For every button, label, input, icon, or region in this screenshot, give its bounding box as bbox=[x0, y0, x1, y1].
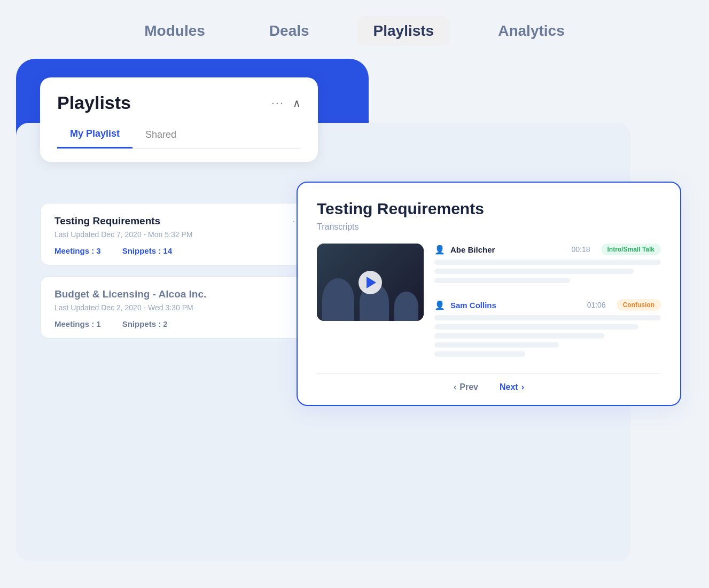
playlists-panel-header: Playlists ··· ∧ bbox=[57, 92, 301, 113]
detail-subtitle: Transcripts bbox=[317, 222, 661, 232]
line-2 bbox=[434, 269, 634, 274]
playlist-tabs-row: My Playlist Shared bbox=[57, 123, 301, 149]
line-6 bbox=[434, 333, 604, 339]
detail-panel: Testing Requirements Transcripts 👤 Abe B… bbox=[297, 182, 681, 406]
card-1-snippets: Snippets : 14 bbox=[122, 246, 172, 255]
line-5 bbox=[434, 324, 638, 330]
line-3 bbox=[434, 278, 570, 283]
card-2-title: Budget & Licensing - Alcoa Inc. bbox=[54, 288, 206, 300]
playlists-panel-title: Playlists bbox=[57, 92, 131, 113]
tab-analytics[interactable]: Analytics bbox=[482, 16, 581, 46]
next-button[interactable]: Next › bbox=[500, 382, 524, 392]
detail-title: Testing Requirements bbox=[317, 200, 661, 218]
person-1-silhouette bbox=[322, 278, 354, 321]
tab-modules[interactable]: Modules bbox=[128, 16, 221, 46]
transcript-lines-2 bbox=[434, 315, 661, 357]
card-2-snippets: Snippets : 2 bbox=[122, 319, 168, 328]
person-name-2: Sam Collins bbox=[450, 301, 496, 310]
prev-label: Prev bbox=[459, 382, 478, 392]
card-2-header: Budget & Licensing - Alcoa Inc. bbox=[54, 288, 303, 300]
line-1 bbox=[434, 260, 661, 265]
playlist-card-2[interactable]: Budget & Licensing - Alcoa Inc. Last Upd… bbox=[40, 276, 318, 339]
playlist-cards-area: Testing Requirements ··· Last Updated De… bbox=[40, 203, 318, 339]
person-name-1: Abe Bilcher bbox=[450, 245, 495, 254]
transcript-lines-1 bbox=[434, 260, 661, 283]
tab-playlists[interactable]: Playlists bbox=[357, 16, 450, 46]
tag-1: Intro/Small Talk bbox=[601, 244, 661, 255]
transcript-entry-2: 👤 Sam Collins 01:06 Confusion bbox=[434, 293, 661, 311]
playlist-card-1[interactable]: Testing Requirements ··· Last Updated De… bbox=[40, 203, 318, 265]
card-1-title: Testing Requirements bbox=[54, 215, 160, 227]
tab-shared[interactable]: Shared bbox=[133, 123, 189, 148]
person-icon-2: 👤 bbox=[434, 300, 445, 310]
line-4 bbox=[434, 315, 661, 320]
prev-button[interactable]: ‹ Prev bbox=[454, 382, 478, 392]
person-3-silhouette bbox=[394, 292, 418, 321]
pagination-row: ‹ Prev Next › bbox=[317, 373, 661, 392]
line-7 bbox=[434, 342, 559, 348]
line-8 bbox=[434, 351, 525, 357]
card-1-date: Last Updated Dec 7, 2020 - Mon 5:32 PM bbox=[54, 230, 303, 239]
header-icons: ··· ∧ bbox=[271, 96, 301, 110]
video-play-button[interactable] bbox=[359, 271, 382, 294]
transcript-entry-1: 👤 Abe Bilcher 00:18 Intro/Small Talk bbox=[434, 244, 661, 255]
card-2-stats: Meetings : 1 Snippets : 2 bbox=[54, 319, 303, 328]
transcript-row-1: 👤 Abe Bilcher 00:18 Intro/Small Talk 👤 S… bbox=[317, 244, 661, 360]
tab-deals[interactable]: Deals bbox=[253, 16, 325, 46]
prev-chevron-icon: ‹ bbox=[454, 382, 456, 392]
more-options-icon[interactable]: ··· bbox=[271, 96, 284, 110]
chevron-up-icon[interactable]: ∧ bbox=[293, 97, 301, 109]
tab-my-playlist[interactable]: My Playlist bbox=[57, 123, 133, 148]
timestamp-1: 00:18 bbox=[571, 245, 590, 254]
timestamp-2: 01:06 bbox=[587, 301, 606, 309]
transcript-content-1: 👤 Abe Bilcher 00:18 Intro/Small Talk 👤 S… bbox=[434, 244, 661, 360]
person-icon-1: 👤 bbox=[434, 245, 445, 255]
next-label: Next bbox=[500, 382, 518, 392]
card-1-header: Testing Requirements ··· bbox=[54, 215, 303, 227]
tag-2: Confusion bbox=[617, 299, 661, 311]
video-thumbnail[interactable] bbox=[317, 244, 424, 321]
card-1-meetings: Meetings : 3 bbox=[54, 246, 101, 255]
next-chevron-icon: › bbox=[521, 382, 524, 392]
tab-bar: Modules Deals Playlists Analytics bbox=[0, 0, 709, 57]
card-2-date: Last Updated Dec 2, 2020 - Wed 3:30 PM bbox=[54, 303, 303, 312]
play-triangle-icon bbox=[367, 277, 376, 288]
card-1-stats: Meetings : 3 Snippets : 14 bbox=[54, 246, 303, 255]
card-2-meetings: Meetings : 1 bbox=[54, 319, 101, 328]
playlists-panel: Playlists ··· ∧ My Playlist Shared bbox=[40, 77, 318, 162]
